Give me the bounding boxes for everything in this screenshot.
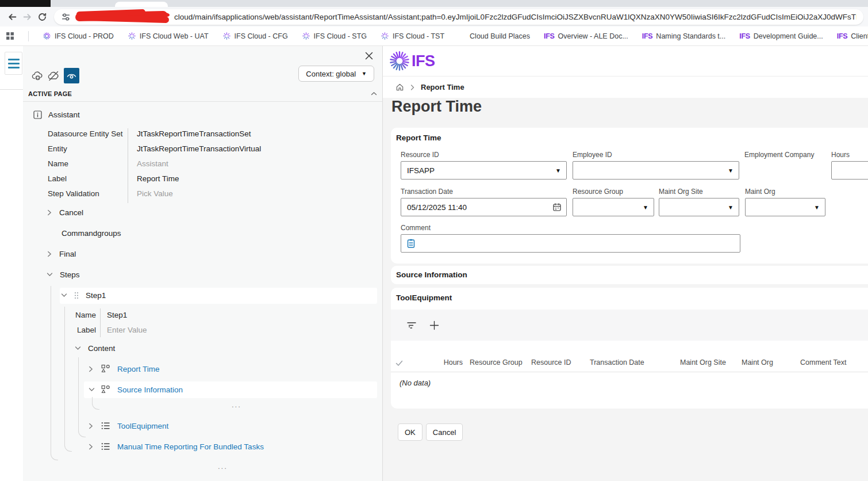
tree-guide [51,286,58,460]
bookmark-naming-standards[interactable]: IFS Naming Standards t... [642,32,725,40]
bookmark-cloud-build-places[interactable]: Cloud Build Places [458,32,530,40]
resource-id-select[interactable]: IFSAPP ▼ [401,161,567,180]
tree-node-cancel[interactable]: Cancel [47,205,83,220]
preview-eye-button[interactable] [64,68,79,83]
ok-button[interactable]: OK [398,423,423,441]
property-label: Label [74,326,96,334]
bookmark-ifs-cloud-cfg[interactable]: IFS Cloud - CFG [222,32,288,40]
bookmark-overview-ale[interactable]: IFS Overview - ALE Doc... [544,32,628,40]
cloud-offline-icon[interactable] [48,71,60,81]
select-all-check-icon[interactable] [395,360,418,367]
chevron-right-icon[interactable] [47,209,52,216]
tree-node-toolequipment[interactable]: ToolEquipment [89,418,168,433]
site-settings-icon[interactable] [61,12,71,22]
bookmark-ifs-cloud-stg[interactable]: IFS Cloud - STG [302,32,367,40]
add-row-icon[interactable] [429,320,439,330]
ifs-logo-starburst-icon[interactable] [389,50,410,72]
context-dropdown[interactable]: Context: global ▼ [298,66,374,82]
bookmark-ifs-cloud-web-uat[interactable]: IFS Cloud Web - UAT [128,32,209,40]
drag-handle-icon[interactable] [74,292,79,299]
column-header-comment-text[interactable]: Comment Text [800,358,868,367]
property-value[interactable]: Report Time [137,174,179,183]
property-value[interactable]: Pick Value [137,189,173,198]
column-header-maint-org-site[interactable]: Maint Org Site [680,358,735,367]
property-value[interactable]: JtTaskReportTimeTransactionSet [137,129,251,138]
tree-node-content[interactable]: Content [75,341,115,356]
ifs-text-favicon: IFS [642,32,653,40]
property-value[interactable]: Assistant [137,159,168,168]
property-value[interactable]: Step1 [107,311,127,319]
back-button[interactable] [5,9,20,24]
tree-node-label: Steps [60,270,80,279]
notes-icon[interactable] [407,239,415,248]
chevron-down-icon[interactable] [75,346,81,350]
property-value[interactable]: JtTaskReportTimeTransactionVirtual [137,144,261,153]
property-row[interactable]: Label Enter Value [74,322,147,337]
reload-button[interactable] [34,9,49,24]
property-row[interactable]: Entity JtTaskReportTimeTransactionVirtua… [48,141,261,156]
tree-ellipsis[interactable]: ... [218,459,228,474]
maint-org-select[interactable]: ▼ [745,198,825,216]
column-header-maint-org[interactable]: Maint Org [742,358,793,367]
tree-node-final[interactable]: Final [47,246,76,261]
url-text[interactable]: cloud/main/ifsapplications/web/assistant… [174,13,857,21]
chevron-down-icon[interactable] [61,293,67,297]
breadcrumb-page[interactable]: Report Time [421,83,464,91]
bookmark-label: Cloud Build Places [470,32,530,40]
employee-id-select[interactable]: ▼ [573,161,739,180]
tree-node-commandgroups[interactable]: Commandgroups [62,226,121,240]
column-header-resource-id[interactable]: Resource ID [531,358,583,367]
chevron-right-icon[interactable] [89,444,93,450]
property-row[interactable]: Datasource Entity Set JtTaskReportTimeTr… [48,126,251,141]
resource-id-label: Resource ID [401,151,439,159]
cloud-upload-icon[interactable] [32,71,44,81]
list-widget-icon [101,442,110,451]
chevron-down-icon: ▼ [555,167,561,174]
chevron-down-icon[interactable] [89,387,95,392]
tree-node-manual-time-reporting[interactable]: Manual Time Reporting For Bundled Tasks [89,439,264,454]
chevron-down-icon[interactable] [47,272,53,277]
transaction-date-input[interactable]: 05/12/2025 11:40 [401,198,567,216]
tree-node-report-time-group[interactable]: Report Time [89,361,160,376]
chevron-right-icon[interactable] [89,423,93,429]
comment-input[interactable] [401,234,740,253]
chevron-up-icon[interactable] [371,91,377,96]
bookmark-ifs-cloud-tst[interactable]: IFS Cloud - TST [381,32,444,40]
column-header-resource-group[interactable]: Resource Group [470,358,524,367]
close-panel-button[interactable] [363,49,375,62]
column-header-transaction-date[interactable]: Transaction Date [590,358,673,367]
tree-node-assistant[interactable]: Assistant [33,107,80,122]
property-row[interactable]: Label Report Time [48,171,179,186]
tree-node-source-information-group[interactable]: Source Information [89,382,183,397]
browser-tabstrip [0,0,868,7]
chevron-right-icon[interactable] [89,366,93,372]
hours-input[interactable] [831,161,868,180]
active-tab[interactable] [115,2,168,7]
bookmark-ifs-cloud-prod[interactable]: IFS Cloud - PROD [43,32,114,40]
maint-org-site-select[interactable]: ▼ [659,198,739,216]
resource-group-select[interactable]: ▼ [573,198,654,216]
filter-icon[interactable] [406,320,417,330]
chevron-right-icon[interactable] [47,251,52,257]
tree-node-steps[interactable]: Steps [47,267,80,282]
property-label: Name [48,159,132,168]
bookmark-client-control[interactable]: IFS Client Control Prop... [837,32,868,40]
hamburger-menu-button[interactable] [5,52,22,75]
cancel-button[interactable]: Cancel [426,423,463,441]
calendar-icon[interactable] [552,203,562,212]
home-icon[interactable] [395,83,404,91]
tree-node-step1[interactable]: Step1 [61,288,106,303]
bookmark-development-guide[interactable]: IFS Development Guide... [739,32,823,40]
tree-ellipsis[interactable]: ... [232,397,241,412]
forward-button[interactable] [20,9,34,24]
apps-grid-icon[interactable] [6,32,14,40]
property-row[interactable]: Name Assistant [48,156,168,171]
active-page-header[interactable]: ACTIVE PAGE [23,86,382,102]
property-value[interactable]: Enter Value [107,326,147,334]
property-row[interactable]: Step Validation Pick Value [48,186,173,201]
tree-node-label: Cancel [59,208,83,217]
column-header-hours[interactable]: Hours [425,358,463,367]
property-row[interactable]: Name Step1 [74,307,127,322]
address-bar[interactable]: cloud/main/ifsapplications/web/assistant… [54,9,863,25]
arrow-left-icon [7,12,17,22]
